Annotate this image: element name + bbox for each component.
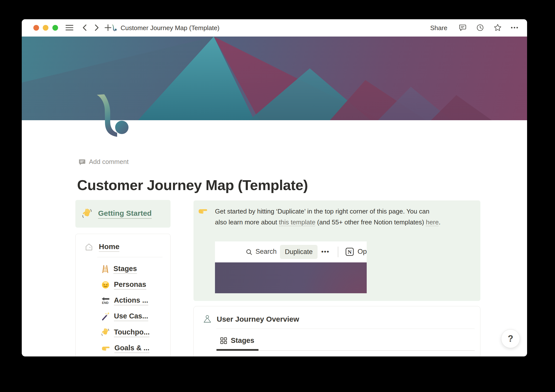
sidebar-item-stages[interactable]: Stages	[101, 264, 137, 274]
new-tab-button[interactable]	[104, 24, 112, 32]
sidebar-item-label: Actions ...	[114, 296, 148, 305]
sidebar-item-label: Personas	[114, 280, 146, 290]
duplicate-callout: Get started by hitting ‘Duplicate’ in th…	[193, 200, 480, 301]
tab-stages-label: Stages	[231, 336, 254, 345]
sidebar-item-label: Touchpo...	[114, 328, 149, 337]
close-window-button[interactable]	[33, 25, 39, 31]
grid-view-icon	[220, 337, 227, 344]
sidebar-item-goals[interactable]: Goals & ...	[101, 343, 149, 354]
screenshot-toolbar: Search Duplicate ••• N Op	[215, 241, 367, 262]
page-icon[interactable]	[96, 94, 130, 137]
favorite-button[interactable]	[494, 24, 502, 32]
sidebar-item-label: Stages	[113, 265, 137, 274]
overview-card-title: User Journey Overview	[217, 315, 299, 323]
ladder-emoji	[101, 264, 109, 274]
notion-logo-icon: N	[345, 247, 354, 256]
sidebar-item-use-cases[interactable]: Use Cas...	[101, 311, 148, 322]
comment-bubble-icon	[78, 158, 85, 166]
waving-hand-emoji	[82, 208, 93, 219]
waving-hand-emoji	[101, 328, 110, 337]
help-button[interactable]: ?	[501, 329, 520, 348]
getting-started-callout: Getting Started	[75, 200, 171, 228]
end-arrow-emoji: END	[101, 296, 110, 305]
sidebar-item-label: Goals & ...	[114, 344, 149, 353]
screenshot-cover-area	[215, 262, 367, 293]
callout-line2-before: also learn more about	[215, 218, 279, 226]
callout-line1: Get started by hitting ‘Duplicate’ in th…	[215, 208, 429, 215]
comment-bubble-icon	[458, 24, 466, 32]
sidebar-item-actions[interactable]: END Actions ...	[101, 295, 148, 306]
titlebar: Customer Journey Map (Template) Share	[22, 19, 527, 37]
divider	[216, 329, 475, 329]
user-journey-overview-card: User Journey Overview Stages	[193, 306, 480, 356]
add-comment-button[interactable]: Add comment	[78, 158, 128, 166]
divider	[97, 257, 163, 257]
page-title: Customer Journey Map (Template)	[77, 177, 308, 193]
page-icon-small	[112, 24, 117, 32]
divider	[338, 247, 338, 257]
star-icon	[494, 23, 502, 32]
zoom-window-button[interactable]	[52, 25, 58, 31]
notion-window: Customer Journey Map (Template) Share	[22, 19, 527, 356]
smiley-emoji	[101, 280, 110, 289]
tab-stages[interactable]: Stages	[220, 336, 254, 345]
ellipsis-icon	[511, 26, 518, 29]
duplicate-instruction-screenshot: Search Duplicate ••• N Op	[215, 241, 367, 293]
sidebar-item-label: Use Cas...	[114, 312, 148, 321]
screenshot-duplicate-button: Duplicate	[280, 245, 318, 259]
add-comment-label: Add comment	[89, 158, 128, 166]
here-link[interactable]: here	[426, 218, 439, 226]
callout-line2-mid: (and 55+ other free Notion templates)	[315, 218, 426, 226]
chevron-left-icon	[82, 24, 87, 31]
home-icon	[85, 243, 93, 252]
callout-line2-end: .	[439, 218, 440, 226]
plus-icon	[105, 24, 111, 31]
pointing-right-emoji	[198, 206, 208, 216]
chevron-right-icon	[94, 24, 100, 31]
screenshot-search-label: Search	[256, 248, 277, 255]
home-card: Home Stages Personas	[75, 234, 171, 356]
hamburger-icon	[65, 24, 73, 31]
window-title: Customer Journey Map (Template)	[121, 24, 219, 32]
svg-text:N: N	[348, 249, 352, 255]
clock-icon	[476, 24, 484, 32]
share-button[interactable]: Share	[430, 24, 447, 32]
home-link[interactable]: Home	[99, 242, 119, 252]
forward-button[interactable]	[93, 24, 101, 32]
minimize-window-button[interactable]	[43, 25, 48, 31]
callout-text: Get started by hitting ‘Duplicate’ in th…	[215, 206, 477, 228]
active-tab-indicator	[216, 349, 258, 351]
screenshot-more-dots: •••	[321, 248, 329, 255]
magic-wand-emoji	[101, 312, 110, 321]
sidebar-menu-button[interactable]	[65, 24, 73, 32]
comments-button[interactable]	[458, 24, 466, 32]
sidebar-item-touchpoints[interactable]: Touchpo...	[101, 327, 149, 338]
persona-icon	[203, 315, 212, 324]
pointing-right-emoji	[101, 344, 110, 353]
history-button[interactable]	[476, 24, 484, 32]
back-button[interactable]	[81, 24, 88, 32]
this-template-link[interactable]: this template	[279, 218, 315, 226]
search-icon	[246, 249, 253, 255]
getting-started-link[interactable]: Getting Started	[98, 209, 152, 219]
screenshot-open-label: Op	[358, 248, 367, 255]
svg-text:END: END	[102, 301, 109, 305]
sidebar-item-personas[interactable]: Personas	[101, 279, 146, 290]
more-options-button[interactable]	[511, 24, 518, 32]
